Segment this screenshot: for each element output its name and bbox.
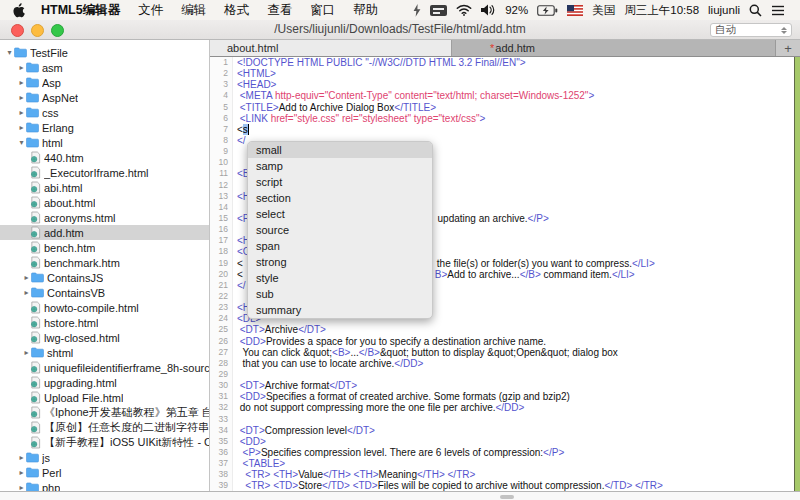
sidebar-file-item[interactable]: 【新手教程】iOS5 UIKit新特性 - CocoaChina 苹果开	[0, 435, 209, 450]
code-line[interactable]: 1<!DOCTYPE HTML PUBLIC "-//W3C//DTD HTML…	[210, 57, 794, 68]
sidebar-file-item[interactable]: 【原创】任意长度的二进制字符串和十进制串的转换算	[0, 420, 209, 435]
code-line[interactable]: 37 <TABLE>	[210, 458, 794, 469]
code-line[interactable]: 34 <DT>Compression level</DT>	[210, 425, 794, 436]
sidebar-file-item[interactable]: upgrading.html	[0, 375, 209, 390]
sidebar-folder-item[interactable]: ▸asm	[0, 60, 209, 75]
sidebar-folder-item[interactable]: ▾html	[0, 135, 209, 150]
code-line[interactable]: 7<s	[210, 124, 794, 135]
sidebar-file-item[interactable]: lwg-closed.html	[0, 330, 209, 345]
menu-item[interactable]: 帮助	[344, 2, 387, 19]
disclosure-triangle-icon[interactable]: ▸	[17, 465, 26, 480]
sidebar-file-item[interactable]: bench.htm	[0, 240, 209, 255]
code-line[interactable]: 39 <TR> <TD>Store</TD> <TD>Files will be…	[210, 480, 794, 491]
autocomplete-item[interactable]: script	[248, 174, 432, 190]
input-source-icon[interactable]	[430, 5, 447, 16]
keyboard-flash-icon[interactable]	[413, 4, 421, 17]
menu-item[interactable]: 查看	[258, 2, 301, 19]
sidebar-file-item[interactable]: _ExecutorIframe.html	[0, 165, 209, 180]
sidebar-file-item[interactable]: about.html	[0, 195, 209, 210]
disclosure-triangle-icon[interactable]: ▸	[17, 120, 26, 135]
wifi-icon[interactable]	[456, 4, 472, 16]
menu-item[interactable]: 窗口	[301, 2, 344, 19]
sidebar-file-item[interactable]: benchmark.htm	[0, 255, 209, 270]
code-line[interactable]: 26 <DD>Provides a space for you to speci…	[210, 336, 794, 347]
code-line[interactable]: 25 <DT>Archive</DT>	[210, 324, 794, 335]
sidebar-folder-item[interactable]: ▸Perl	[0, 465, 209, 480]
disclosure-triangle-icon[interactable]: ▸	[17, 450, 26, 465]
new-tab-button[interactable]: +	[775, 40, 800, 56]
disclosure-triangle-icon[interactable]: ▾	[5, 45, 14, 60]
autocomplete-item[interactable]: select	[248, 206, 432, 222]
volume-icon[interactable]	[481, 4, 496, 16]
sidebar-folder-item[interactable]: ▸ContainsVB	[0, 285, 209, 300]
code-line[interactable]: 36 <P>Specifies compression level. There…	[210, 447, 794, 458]
input-source-label[interactable]: 美国	[592, 3, 615, 18]
code-line[interactable]: 33	[210, 414, 794, 425]
autocomplete-item[interactable]: summary	[248, 302, 432, 318]
autocomplete-item[interactable]: span	[248, 238, 432, 254]
menu-item[interactable]: HTML5编辑器	[32, 2, 129, 19]
sidebar-folder-item[interactable]: ▸js	[0, 450, 209, 465]
editor-vertical-scrollbar[interactable]	[794, 57, 800, 491]
code-line[interactable]: 31 <DD>Specifies a format of created arc…	[210, 391, 794, 402]
disclosure-triangle-icon[interactable]: ▸	[22, 270, 31, 285]
menu-bar-clock[interactable]: 周三上午10:58	[624, 3, 699, 18]
code-line[interactable]: 2<HTML>	[210, 68, 794, 79]
sidebar-folder-item[interactable]: ▸Erlang	[0, 120, 209, 135]
horizontal-scrollbar-track[interactable]	[0, 491, 800, 500]
code-line[interactable]: 35 <DD>	[210, 436, 794, 447]
autocomplete-item[interactable]: small	[248, 142, 432, 158]
code-line[interactable]: 6 <LINK href="style.css" rel="stylesheet…	[210, 113, 794, 124]
disclosure-triangle-icon[interactable]: ▸	[22, 345, 31, 360]
spotlight-search-icon[interactable]	[749, 4, 762, 17]
sidebar-folder-item[interactable]: ▸ContainsJS	[0, 270, 209, 285]
sidebar-folder-item[interactable]: ▸php	[0, 480, 209, 491]
horizontal-scrollbar-thumb[interactable]	[500, 495, 514, 499]
sidebar-folder-item[interactable]: ▸AspNet	[0, 90, 209, 105]
code-line[interactable]: 3<HEAD>	[210, 79, 794, 90]
sidebar-file-item[interactable]: Upload File.html	[0, 390, 209, 405]
menu-item[interactable]: 文件	[129, 2, 172, 19]
sidebar-file-item[interactable]: 440.htm	[0, 150, 209, 165]
disclosure-triangle-icon[interactable]: ▸	[22, 285, 31, 300]
disclosure-triangle-icon[interactable]: ▸	[17, 90, 26, 105]
disclosure-triangle-icon[interactable]: ▾	[17, 135, 26, 150]
sidebar-file-item[interactable]: uniquefileidentifierframe_8h-source.html	[0, 360, 209, 375]
code-line[interactable]: 30 <DT>Archive format</DT>	[210, 380, 794, 391]
code-line[interactable]: 28 that you can use to locate archive.</…	[210, 358, 794, 369]
autocomplete-item[interactable]: section	[248, 190, 432, 206]
autocomplete-item[interactable]: style	[248, 270, 432, 286]
menu-item[interactable]: 格式	[215, 2, 258, 19]
menu-item[interactable]: 编辑	[172, 2, 215, 19]
sidebar-folder-item[interactable]: ▾TestFile	[0, 45, 209, 60]
sidebar-file-item[interactable]: howto-compile.html	[0, 300, 209, 315]
sidebar-file-item[interactable]: hstore.html	[0, 315, 209, 330]
sidebar-file-item[interactable]: abi.html	[0, 180, 209, 195]
autocomplete-item[interactable]: source	[248, 222, 432, 238]
sidebar-folder-item[interactable]: ▸css	[0, 105, 209, 120]
disclosure-triangle-icon[interactable]: ▸	[17, 480, 26, 491]
code-line[interactable]: 5 <TITLE>Add to Archive Dialog Box</TITL…	[210, 102, 794, 113]
sidebar-file-item[interactable]: 《Iphone开发基础教程》第五章 自动旋转和调整大小_	[0, 405, 209, 420]
disclosure-triangle-icon[interactable]: ▸	[17, 105, 26, 120]
code-line[interactable]: 4 <META http-equiv="Content-Type" conten…	[210, 90, 794, 101]
apple-menu-icon[interactable]	[0, 3, 32, 18]
autocomplete-item[interactable]: samp	[248, 158, 432, 174]
code-line[interactable]: 32 do not support compressing more the o…	[210, 402, 794, 413]
sidebar-file-item[interactable]: add.htm	[0, 225, 209, 240]
code-line[interactable]: 38 <TR> <TH>Value</TH> <TH>Meaning</TH> …	[210, 469, 794, 480]
autocomplete-item[interactable]: sub	[248, 286, 432, 302]
battery-charging-icon[interactable]	[537, 5, 558, 16]
notification-center-icon[interactable]	[771, 5, 785, 16]
tab-add-htm[interactable]: * add.htm	[452, 40, 775, 56]
autocomplete-item[interactable]: strong	[248, 254, 432, 270]
sidebar-folder-item[interactable]: ▸shtml	[0, 345, 209, 360]
disclosure-triangle-icon[interactable]: ▸	[17, 75, 26, 90]
disclosure-triangle-icon[interactable]: ▸	[17, 60, 26, 75]
code-line[interactable]: 29	[210, 369, 794, 380]
encoding-select[interactable]: 自动	[710, 23, 792, 37]
code-line[interactable]: 27 You can click &quot;<B>...</B>&quot; …	[210, 347, 794, 358]
us-flag-icon[interactable]	[567, 5, 583, 16]
sidebar-file-item[interactable]: acronyms.html	[0, 210, 209, 225]
sidebar-folder-item[interactable]: ▸Asp	[0, 75, 209, 90]
